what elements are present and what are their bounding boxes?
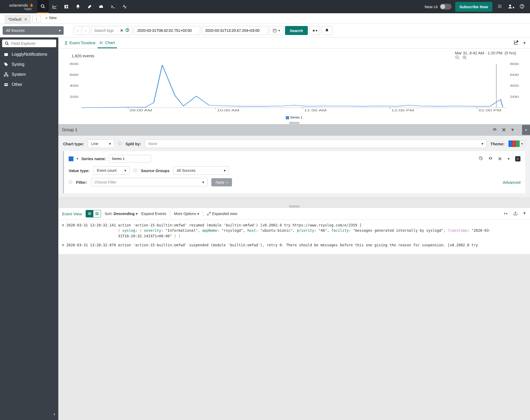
- help-icon[interactable]: [518, 4, 526, 10]
- chevron-down-icon[interactable]: ▼: [507, 157, 510, 161]
- value-type-select[interactable]: Event count▾: [93, 166, 130, 175]
- chart-type-select[interactable]: Line▾: [88, 139, 114, 148]
- sources-dropdown[interactable]: All Sources▾: [3, 26, 64, 35]
- add-to-dashboard-icon[interactable]: +: [478, 156, 483, 161]
- svg-rect-71: [96, 214, 97, 215]
- info-icon[interactable]: ⓘ: [133, 168, 137, 173]
- tab-menu-button[interactable]: ⋮: [32, 16, 41, 23]
- clear-search-icon[interactable]: ✕: [120, 28, 123, 33]
- calendar-button[interactable]: ▼: [270, 26, 283, 35]
- search-input[interactable]: [94, 28, 118, 33]
- field-explorer-input[interactable]: [11, 41, 54, 46]
- svg-line-36: [458, 58, 459, 59]
- expand-event-icon[interactable]: ⊞: [62, 242, 64, 248]
- info-icon[interactable]: ⓘ: [118, 141, 122, 146]
- svg-point-11: [500, 6, 500, 7]
- favorite-button[interactable]: ★▾: [309, 26, 320, 35]
- split-by-select[interactable]: None▾: [145, 139, 487, 148]
- close-icon[interactable]: ✕: [502, 127, 506, 133]
- list-view-button[interactable]: [86, 210, 93, 217]
- expand-event-icon[interactable]: ⊞: [62, 222, 64, 239]
- nav-cloud-icon[interactable]: [95, 0, 107, 13]
- svg-text:11:00 AM: 11:00 AM: [304, 109, 327, 112]
- series-color-swatch[interactable]: [69, 156, 73, 161]
- grid-view-button[interactable]: [93, 210, 101, 217]
- nav-pulse-icon[interactable]: [119, 0, 130, 13]
- svg-text:01:00 PM: 01:00 PM: [479, 109, 501, 112]
- resize-handle[interactable]: [62, 121, 526, 124]
- eye-icon[interactable]: [492, 127, 497, 133]
- svg-text:12:00 PM: 12:00 PM: [391, 109, 414, 112]
- sort-dropdown[interactable]: Sort: Descending ▾: [105, 212, 138, 216]
- svg-point-20: [127, 31, 128, 31]
- chevron-down-icon: ▼: [278, 29, 281, 32]
- nav-prev-button[interactable]: ‹: [74, 26, 82, 35]
- series-name-input[interactable]: [109, 155, 151, 163]
- apply-button[interactable]: Apply »: [211, 178, 232, 186]
- nav-search-icon[interactable]: [37, 0, 49, 13]
- source-groups-select[interactable]: All Sources▾: [173, 166, 229, 175]
- tab-close-icon[interactable]: ✕: [24, 17, 27, 21]
- svg-point-0: [41, 5, 44, 7]
- search-help-icon[interactable]: [125, 28, 129, 33]
- zoom-out-icon[interactable]: [455, 55, 460, 61]
- svg-rect-69: [96, 212, 97, 213]
- nav-chart-icon[interactable]: [49, 0, 60, 13]
- main-content: Event Timeline Chart ▼ 1,820 events Mar …: [58, 37, 530, 420]
- sidebar-item-label: Other: [12, 82, 22, 87]
- chart-edit-icon[interactable]: [514, 40, 519, 46]
- subscribe-button[interactable]: Subscribe Now: [455, 2, 492, 12]
- chevron-down-icon[interactable]: ▼: [523, 211, 526, 217]
- more-options-dropdown[interactable]: More Options ▾: [174, 212, 199, 216]
- chevron-down-icon[interactable]: ▼: [76, 157, 79, 160]
- time-to-input[interactable]: [202, 26, 268, 35]
- events-list: ⊞2020-03-31 13:20:32.141action 'action-1…: [58, 220, 530, 254]
- share-icon[interactable]: [513, 211, 518, 217]
- add-group-button[interactable]: ＋: [522, 125, 530, 135]
- user-menu-icon[interactable]: ▾: [507, 4, 515, 10]
- close-icon[interactable]: ✕: [498, 156, 502, 162]
- svg-rect-30: [6, 73, 7, 74]
- alerts-bell-button[interactable]: [322, 26, 332, 35]
- zoom-in-icon[interactable]: [462, 55, 467, 61]
- expand-events-button[interactable]: Expand Events: [141, 212, 166, 216]
- download-icon[interactable]: [503, 211, 508, 217]
- sidebar-item-syslog[interactable]: Syslog: [0, 59, 58, 69]
- nav-dashboard-icon[interactable]: [60, 0, 72, 13]
- filter-select[interactable]: Choose Filter▾: [91, 178, 208, 186]
- new-ui-toggle[interactable]: [440, 4, 452, 10]
- svg-text:+: +: [479, 156, 480, 158]
- time-range: Mar 31, 8:42 AM - 1:20 PM: [455, 51, 502, 55]
- search-row: All Sources▾ ‹ › ✕ ▼ Search ★▾: [0, 24, 530, 37]
- sidebar-collapse-button[interactable]: ‹: [0, 408, 58, 420]
- tab-new-button[interactable]: ＋ New: [42, 14, 59, 23]
- svg-text:400: 400: [70, 84, 78, 87]
- search-button[interactable]: Search: [285, 26, 308, 35]
- sidebar-item-other[interactable]: Other: [0, 80, 58, 90]
- chart-menu-icon[interactable]: ▼: [523, 41, 526, 45]
- info-icon[interactable]: ⓘ: [69, 180, 72, 185]
- time-from-input[interactable]: [134, 26, 200, 35]
- tab-default[interactable]: *Default ✕: [5, 15, 31, 24]
- eye-icon[interactable]: [488, 156, 493, 161]
- chevron-down-icon[interactable]: ▼: [510, 128, 515, 132]
- chart-canvas[interactable]: 20020040040060060080080009:00 AM10:00 AM…: [62, 62, 526, 113]
- nav-terminal-icon[interactable]: [107, 0, 119, 13]
- expanded-view-button[interactable]: Expanded view: [207, 212, 237, 216]
- nav-bell-icon[interactable]: [72, 0, 84, 13]
- apps-grid-icon[interactable]: [496, 4, 503, 9]
- sidebar-item-system[interactable]: System: [0, 69, 58, 80]
- advanced-link[interactable]: Advanced: [503, 180, 520, 185]
- nav-next-button[interactable]: ›: [82, 26, 90, 35]
- resize-handle[interactable]: [289, 205, 299, 208]
- tab-event-timeline[interactable]: Event Timeline: [62, 38, 98, 48]
- add-series-button[interactable]: ＋: [515, 156, 520, 161]
- svg-point-16: [509, 5, 511, 7]
- svg-text:200: 200: [510, 95, 519, 98]
- nav-pen-icon[interactable]: [84, 0, 95, 13]
- sidebar-item-logglynotifications[interactable]: LogglyNotifications: [0, 49, 58, 59]
- tab-bar: *Default ✕ ⋮ ＋ New: [0, 13, 530, 24]
- tab-chart[interactable]: Chart: [98, 38, 117, 48]
- svg-point-25: [5, 42, 8, 44]
- theme-select[interactable]: ▼: [508, 140, 525, 147]
